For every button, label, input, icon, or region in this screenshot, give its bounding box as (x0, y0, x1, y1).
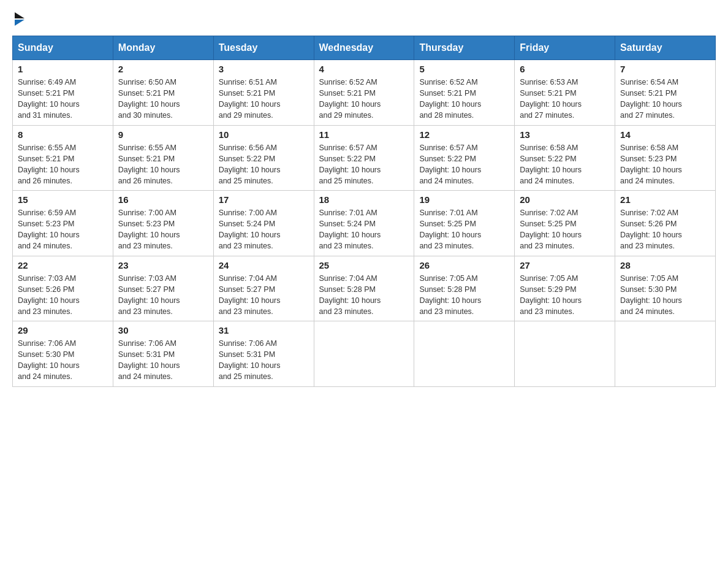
day-number: 29 (18, 325, 108, 335)
day-number: 31 (219, 325, 309, 335)
calendar-cell: 30 Sunrise: 7:06 AMSunset: 5:31 PMDaylig… (113, 321, 213, 387)
calendar-header-friday: Friday (515, 36, 615, 60)
day-number: 26 (419, 260, 509, 270)
calendar-week-row: 8 Sunrise: 6:55 AMSunset: 5:21 PMDayligh… (13, 125, 716, 191)
calendar-cell: 24 Sunrise: 7:04 AMSunset: 5:27 PMDaylig… (213, 256, 314, 321)
calendar-cell: 1 Sunrise: 6:49 AMSunset: 5:21 PMDayligh… (13, 60, 113, 126)
day-info: Sunrise: 7:03 AMSunset: 5:27 PMDaylight:… (118, 273, 208, 318)
day-info: Sunrise: 6:59 AMSunset: 5:23 PMDaylight:… (18, 207, 108, 252)
day-info: Sunrise: 6:49 AMSunset: 5:21 PMDaylight:… (18, 77, 108, 121)
day-info: Sunrise: 7:06 AMSunset: 5:31 PMDaylight:… (118, 338, 208, 383)
calendar-cell: 18 Sunrise: 7:01 AMSunset: 5:24 PMDaylig… (314, 191, 414, 256)
logo (12, 12, 25, 26)
calendar-cell: 16 Sunrise: 7:00 AMSunset: 5:23 PMDaylig… (113, 191, 213, 256)
day-number: 20 (520, 194, 610, 205)
day-info: Sunrise: 6:50 AMSunset: 5:21 PMDaylight:… (118, 77, 208, 121)
day-number: 30 (118, 325, 208, 335)
calendar-cell: 28 Sunrise: 7:05 AMSunset: 5:30 PMDaylig… (615, 256, 716, 321)
calendar-cell: 7 Sunrise: 6:54 AMSunset: 5:21 PMDayligh… (615, 60, 716, 126)
day-info: Sunrise: 7:02 AMSunset: 5:25 PMDaylight:… (520, 207, 610, 252)
day-number: 8 (18, 129, 108, 140)
day-info: Sunrise: 6:54 AMSunset: 5:21 PMDaylight:… (620, 77, 710, 121)
day-info: Sunrise: 7:01 AMSunset: 5:25 PMDaylight:… (419, 207, 509, 252)
day-info: Sunrise: 6:55 AMSunset: 5:21 PMDaylight:… (18, 142, 108, 187)
day-number: 14 (620, 129, 710, 140)
day-number: 19 (419, 194, 509, 205)
calendar-cell: 4 Sunrise: 6:52 AMSunset: 5:21 PMDayligh… (314, 60, 414, 126)
day-info: Sunrise: 7:05 AMSunset: 5:28 PMDaylight:… (419, 273, 509, 318)
day-number: 24 (219, 260, 309, 270)
day-info: Sunrise: 7:01 AMSunset: 5:24 PMDaylight:… (319, 207, 409, 252)
calendar-cell: 31 Sunrise: 7:06 AMSunset: 5:31 PMDaylig… (213, 321, 314, 387)
day-number: 17 (219, 194, 309, 205)
day-number: 18 (319, 194, 409, 205)
calendar-cell: 29 Sunrise: 7:06 AMSunset: 5:30 PMDaylig… (13, 321, 113, 387)
day-number: 6 (520, 64, 610, 74)
calendar-week-row: 29 Sunrise: 7:06 AMSunset: 5:30 PMDaylig… (13, 321, 716, 387)
day-info: Sunrise: 7:00 AMSunset: 5:23 PMDaylight:… (118, 207, 208, 252)
calendar-cell: 23 Sunrise: 7:03 AMSunset: 5:27 PMDaylig… (113, 256, 213, 321)
calendar-cell: 19 Sunrise: 7:01 AMSunset: 5:25 PMDaylig… (414, 191, 515, 256)
calendar-cell: 13 Sunrise: 6:58 AMSunset: 5:22 PMDaylig… (515, 125, 615, 191)
day-number: 13 (520, 129, 610, 140)
calendar-header-sunday: Sunday (13, 36, 113, 60)
day-info: Sunrise: 6:52 AMSunset: 5:21 PMDaylight:… (319, 77, 409, 121)
day-number: 27 (520, 260, 610, 270)
day-info: Sunrise: 7:06 AMSunset: 5:30 PMDaylight:… (18, 338, 108, 383)
calendar-cell: 26 Sunrise: 7:05 AMSunset: 5:28 PMDaylig… (414, 256, 515, 321)
calendar-cell (615, 321, 716, 387)
day-number: 7 (620, 64, 710, 74)
calendar-cell: 5 Sunrise: 6:52 AMSunset: 5:21 PMDayligh… (414, 60, 515, 126)
day-info: Sunrise: 7:05 AMSunset: 5:29 PMDaylight:… (520, 273, 610, 318)
calendar-header-thursday: Thursday (414, 36, 515, 60)
calendar-cell: 2 Sunrise: 6:50 AMSunset: 5:21 PMDayligh… (113, 60, 213, 126)
day-number: 23 (118, 260, 208, 270)
day-number: 9 (118, 129, 208, 140)
calendar-cell: 11 Sunrise: 6:57 AMSunset: 5:22 PMDaylig… (314, 125, 414, 191)
day-info: Sunrise: 6:51 AMSunset: 5:21 PMDaylight:… (219, 77, 309, 121)
day-info: Sunrise: 6:58 AMSunset: 5:23 PMDaylight:… (620, 142, 710, 187)
day-info: Sunrise: 6:57 AMSunset: 5:22 PMDaylight:… (319, 142, 409, 187)
day-number: 1 (18, 64, 108, 74)
calendar-cell: 10 Sunrise: 6:56 AMSunset: 5:22 PMDaylig… (213, 125, 314, 191)
day-number: 10 (219, 129, 309, 140)
day-number: 3 (219, 64, 309, 74)
day-number: 16 (118, 194, 208, 205)
day-info: Sunrise: 6:53 AMSunset: 5:21 PMDaylight:… (520, 77, 610, 121)
calendar-cell: 21 Sunrise: 7:02 AMSunset: 5:26 PMDaylig… (615, 191, 716, 256)
calendar-cell (515, 321, 615, 387)
day-info: Sunrise: 6:55 AMSunset: 5:21 PMDaylight:… (118, 142, 208, 187)
day-info: Sunrise: 6:56 AMSunset: 5:22 PMDaylight:… (219, 142, 309, 187)
day-number: 5 (419, 64, 509, 74)
day-number: 21 (620, 194, 710, 205)
day-number: 25 (319, 260, 409, 270)
calendar-week-row: 1 Sunrise: 6:49 AMSunset: 5:21 PMDayligh… (13, 60, 716, 126)
calendar-cell: 9 Sunrise: 6:55 AMSunset: 5:21 PMDayligh… (113, 125, 213, 191)
day-info: Sunrise: 7:03 AMSunset: 5:26 PMDaylight:… (18, 273, 108, 318)
day-info: Sunrise: 7:06 AMSunset: 5:31 PMDaylight:… (219, 338, 309, 383)
day-number: 28 (620, 260, 710, 270)
calendar-cell: 8 Sunrise: 6:55 AMSunset: 5:21 PMDayligh… (13, 125, 113, 191)
calendar-cell: 6 Sunrise: 6:53 AMSunset: 5:21 PMDayligh… (515, 60, 615, 126)
day-info: Sunrise: 6:52 AMSunset: 5:21 PMDaylight:… (419, 77, 509, 121)
calendar-header-wednesday: Wednesday (314, 36, 414, 60)
calendar-header-saturday: Saturday (615, 36, 716, 60)
calendar-header-row: SundayMondayTuesdayWednesdayThursdayFrid… (13, 36, 716, 60)
calendar-cell: 15 Sunrise: 6:59 AMSunset: 5:23 PMDaylig… (13, 191, 113, 256)
calendar-table: SundayMondayTuesdayWednesdayThursdayFrid… (12, 36, 716, 387)
calendar-cell: 17 Sunrise: 7:00 AMSunset: 5:24 PMDaylig… (213, 191, 314, 256)
day-info: Sunrise: 6:57 AMSunset: 5:22 PMDaylight:… (419, 142, 509, 187)
day-number: 12 (419, 129, 509, 140)
day-number: 11 (319, 129, 409, 140)
day-number: 15 (18, 194, 108, 205)
page-header (12, 12, 716, 26)
day-number: 2 (118, 64, 208, 74)
calendar-week-row: 22 Sunrise: 7:03 AMSunset: 5:26 PMDaylig… (13, 256, 716, 321)
day-info: Sunrise: 7:00 AMSunset: 5:24 PMDaylight:… (219, 207, 309, 252)
calendar-cell: 27 Sunrise: 7:05 AMSunset: 5:29 PMDaylig… (515, 256, 615, 321)
calendar-cell: 25 Sunrise: 7:04 AMSunset: 5:28 PMDaylig… (314, 256, 414, 321)
day-info: Sunrise: 7:05 AMSunset: 5:30 PMDaylight:… (620, 273, 710, 318)
calendar-header-monday: Monday (113, 36, 213, 60)
day-info: Sunrise: 7:04 AMSunset: 5:28 PMDaylight:… (319, 273, 409, 318)
calendar-cell (414, 321, 515, 387)
